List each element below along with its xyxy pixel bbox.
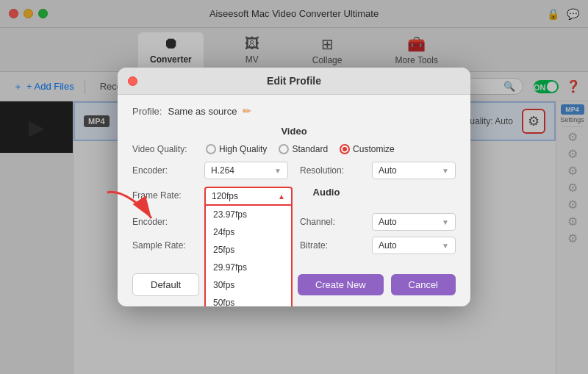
resolution-arrow-icon: ▼: [442, 167, 449, 175]
framerate-arrow-icon: ▲: [278, 193, 285, 201]
audio-bitrate-group: Bitrate: Auto ▼: [300, 237, 456, 254]
modal-body: Profile: Same as source ✏ Video Video Qu…: [118, 95, 470, 266]
modal-title: Edit Profile: [267, 75, 321, 87]
bitrate-group: Audio: [304, 187, 456, 198]
framerate-list: 23.97fps 24fps 25fps 29.97fps 30fps 50fp…: [204, 206, 293, 306]
framerate-current-value: 120fps: [212, 191, 238, 201]
sample-rate-label: Sample Rate:: [132, 240, 198, 251]
quality-high[interactable]: High Quality: [206, 144, 267, 154]
framerate-bitrate-row: Frame Rate: 120fps ▲ 23.97fps 24fps 25fp…: [132, 187, 456, 206]
quality-radio-group: High Quality Standard Customize: [206, 144, 395, 154]
audio-encoder-label: Encoder:: [132, 217, 198, 227]
quality-customize-label: Customize: [353, 144, 395, 154]
profile-row: Profile: Same as source ✏: [132, 105, 456, 117]
encoder-select[interactable]: H.264 ▼: [204, 162, 288, 179]
channel-select[interactable]: Auto ▼: [372, 213, 456, 231]
framerate-option-30[interactable]: 30fps: [206, 276, 291, 294]
framerate-dropdown[interactable]: 120fps ▲ 23.97fps 24fps 25fps 29.97fps 3…: [204, 187, 293, 206]
modal-overlay: Edit Profile Profile: Same as source ✏ V…: [0, 0, 588, 374]
video-section-header: Video: [132, 126, 456, 137]
framerate-option-25[interactable]: 25fps: [206, 241, 291, 259]
framerate-option-23[interactable]: 23.97fps: [206, 206, 291, 223]
default-button[interactable]: Default: [132, 273, 199, 296]
modal-footer-right: Create New Cancel: [298, 274, 456, 295]
video-quality-label: Video Quality:: [132, 144, 198, 154]
audio-bitrate-select[interactable]: Auto ▼: [372, 237, 456, 254]
quality-high-label: High Quality: [219, 144, 267, 154]
quality-standard-circle: [279, 144, 289, 154]
edit-profile-modal: Edit Profile Profile: Same as source ✏ V…: [118, 68, 470, 306]
encoder-group: Encoder: H.264 ▼: [132, 162, 288, 179]
framerate-label: Frame Rate:: [132, 187, 198, 201]
quality-customize-circle: [340, 144, 350, 154]
audio-bitrate-arrow-icon: ▼: [442, 242, 449, 250]
quality-standard-label: Standard: [292, 144, 328, 154]
quality-customize[interactable]: Customize: [340, 144, 395, 154]
cancel-button[interactable]: Cancel: [391, 274, 456, 295]
encoder-resolution-row: Encoder: H.264 ▼ Resolution: Auto ▼: [132, 162, 456, 179]
audio-bitrate-value: Auto: [379, 240, 397, 251]
channel-arrow-icon: ▼: [442, 218, 449, 226]
channel-group: Channel: Auto ▼: [300, 213, 456, 231]
channel-label: Channel:: [300, 217, 366, 227]
quality-high-circle: [206, 144, 216, 154]
framerate-trigger[interactable]: 120fps ▲: [204, 187, 293, 206]
profile-value: Same as source: [168, 106, 237, 117]
profile-label: Profile:: [132, 106, 162, 117]
resolution-group: Resolution: Auto ▼: [300, 162, 456, 179]
framerate-option-50[interactable]: 50fps: [206, 294, 291, 306]
resolution-value: Auto: [379, 165, 397, 176]
edit-profile-icon[interactable]: ✏: [243, 105, 251, 117]
audio-encoder-channel-row: Encoder: Auto ▼ Channel: Auto ▼: [132, 213, 456, 231]
encoder-value: H.264: [211, 165, 234, 176]
modal-titlebar: Edit Profile: [118, 68, 470, 95]
modal-footer: Default Create New Cancel: [118, 266, 470, 306]
modal-close-button[interactable]: [128, 76, 137, 86]
quality-standard[interactable]: Standard: [279, 144, 328, 154]
quality-customize-dot: [343, 147, 347, 151]
resolution-label: Resolution:: [300, 165, 366, 176]
create-new-button[interactable]: Create New: [298, 274, 384, 295]
sample-rate-bitrate-row: Sample Rate: Auto ▼ Bitrate: Auto ▼: [132, 237, 456, 254]
resolution-select[interactable]: Auto ▼: [372, 162, 456, 179]
encoder-label: Encoder:: [132, 165, 198, 176]
framerate-option-2997[interactable]: 29.97fps: [206, 259, 291, 276]
audio-bitrate-label: Bitrate:: [300, 240, 366, 251]
audio-section-label: Audio: [304, 187, 348, 198]
encoder-arrow-icon: ▼: [274, 167, 282, 175]
video-quality-row: Video Quality: High Quality Standard: [132, 144, 456, 154]
framerate-option-24[interactable]: 24fps: [206, 223, 291, 241]
framerate-group: Frame Rate: 120fps ▲ 23.97fps 24fps 25fp…: [132, 187, 293, 206]
channel-value: Auto: [379, 217, 397, 227]
